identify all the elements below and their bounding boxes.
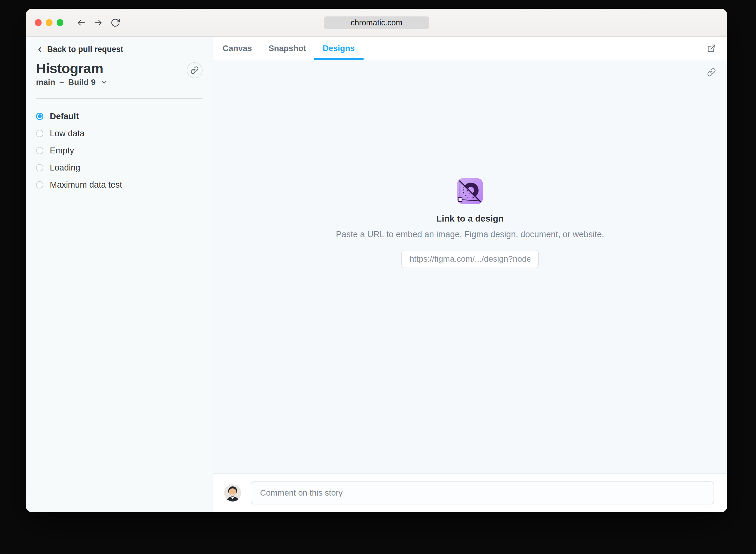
story-item-low-data[interactable]: Low data [36, 125, 202, 142]
user-avatar [224, 484, 241, 501]
story-label: Maximum data test [50, 180, 122, 190]
comment-input[interactable] [251, 482, 714, 504]
zoom-window-button[interactable] [57, 19, 63, 26]
radio-unselected-icon [36, 181, 43, 188]
radio-unselected-icon [36, 164, 43, 171]
radio-unselected-icon [36, 147, 43, 154]
radio-selected-icon [36, 113, 43, 120]
comment-bar [213, 474, 727, 512]
tab-canvas[interactable]: Canvas [223, 37, 252, 60]
sidebar-divider [36, 98, 202, 99]
story-item-loading[interactable]: Loading [36, 159, 202, 176]
design-tool-icon [457, 178, 483, 204]
open-external-button[interactable] [707, 37, 716, 60]
arrow-left-icon [76, 18, 86, 27]
minimize-window-button[interactable] [46, 19, 53, 26]
browser-forward-button[interactable] [93, 18, 103, 27]
radio-unselected-icon [36, 130, 43, 137]
designs-tab-content: Link to a design Paste a URL to embed an… [213, 60, 727, 474]
tab-snapshot[interactable]: Snapshot [269, 37, 306, 60]
story-label: Low data [50, 129, 85, 138]
link-icon [707, 68, 716, 77]
build-selector[interactable]: main – Build 9 [36, 77, 108, 87]
back-label: Back to pull request [47, 45, 123, 54]
story-label: Loading [50, 163, 80, 173]
chevron-left-icon [36, 46, 44, 53]
cta-heading: Link to a design [436, 214, 504, 224]
browser-chrome: chromatic.com [26, 9, 727, 37]
copy-story-link-button[interactable] [187, 62, 202, 78]
back-to-pull-request-link[interactable]: Back to pull request [36, 45, 123, 54]
branch-build-separator: – [59, 77, 64, 87]
story-item-maximum-data-test[interactable]: Maximum data test [36, 176, 202, 193]
story-sidebar: Back to pull request Histogram main – Bu… [26, 37, 213, 512]
browser-reload-button[interactable] [111, 18, 120, 27]
address-bar-url: chromatic.com [351, 18, 402, 27]
story-list: Default Low data Empty Loading Maximum d… [36, 108, 202, 193]
reload-icon [111, 18, 120, 27]
traffic-lights [35, 19, 63, 26]
copy-design-link-button[interactable] [707, 68, 716, 78]
design-url-input[interactable] [401, 250, 539, 268]
tabbar-spacer [371, 37, 691, 60]
story-panel: Canvas Snapshot Designs [213, 37, 727, 512]
link-design-cta: Link to a design Paste a URL to embed an… [336, 178, 604, 268]
cta-description: Paste a URL to embed an image, Figma des… [336, 229, 604, 239]
story-label: Empty [50, 146, 74, 156]
browser-window: chromatic.com Back to pull request Histo… [26, 9, 727, 512]
arrow-right-icon [93, 18, 103, 27]
chevron-down-icon [100, 78, 108, 86]
story-item-default[interactable]: Default [36, 108, 202, 125]
build-name: Build 9 [68, 77, 96, 87]
address-bar[interactable]: chromatic.com [324, 16, 429, 29]
story-item-empty[interactable]: Empty [36, 142, 202, 159]
branch-name: main [36, 77, 55, 87]
story-label: Default [50, 112, 79, 121]
browser-back-button[interactable] [76, 18, 86, 27]
link-icon [190, 66, 199, 74]
panel-tabbar: Canvas Snapshot Designs [213, 37, 727, 60]
component-title: Histogram [36, 61, 108, 76]
external-link-icon [707, 44, 716, 53]
tab-designs[interactable]: Designs [323, 37, 355, 60]
close-window-button[interactable] [35, 19, 42, 26]
